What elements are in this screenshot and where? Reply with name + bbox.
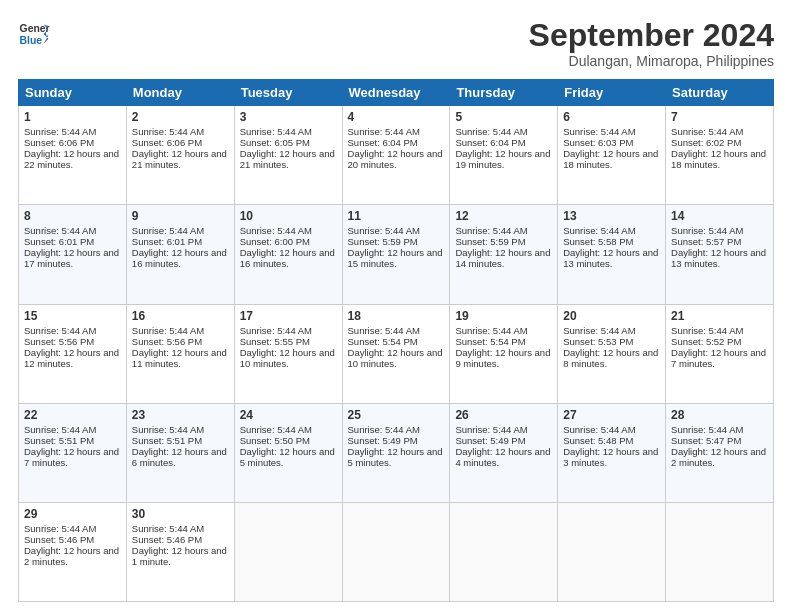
daylight-text: Daylight: 12 hours and 9 minutes. [455, 347, 550, 369]
month-title: September 2024 [529, 18, 774, 53]
col-thursday: Thursday [450, 80, 558, 106]
day-number: 24 [240, 408, 337, 422]
daylight-text: Daylight: 12 hours and 8 minutes. [563, 347, 658, 369]
day-number: 9 [132, 209, 229, 223]
sunrise-text: Sunrise: 5:44 AM [563, 126, 635, 137]
daylight-text: Daylight: 12 hours and 12 minutes. [24, 347, 119, 369]
sunset-text: Sunset: 5:52 PM [671, 336, 741, 347]
svg-text:Blue: Blue [20, 35, 43, 46]
sunrise-text: Sunrise: 5:44 AM [455, 225, 527, 236]
sunset-text: Sunset: 6:04 PM [348, 137, 418, 148]
sunset-text: Sunset: 5:56 PM [132, 336, 202, 347]
sunset-text: Sunset: 5:54 PM [348, 336, 418, 347]
table-row: 20Sunrise: 5:44 AMSunset: 5:53 PMDayligh… [558, 304, 666, 403]
daylight-text: Daylight: 12 hours and 2 minutes. [24, 545, 119, 567]
day-number: 26 [455, 408, 552, 422]
sunrise-text: Sunrise: 5:44 AM [240, 424, 312, 435]
sunrise-text: Sunrise: 5:44 AM [455, 325, 527, 336]
table-row: 27Sunrise: 5:44 AMSunset: 5:48 PMDayligh… [558, 403, 666, 502]
table-row: 7Sunrise: 5:44 AMSunset: 6:02 PMDaylight… [666, 106, 774, 205]
day-number: 4 [348, 110, 445, 124]
table-row: 17Sunrise: 5:44 AMSunset: 5:55 PMDayligh… [234, 304, 342, 403]
daylight-text: Daylight: 12 hours and 5 minutes. [348, 446, 443, 468]
daylight-text: Daylight: 12 hours and 14 minutes. [455, 247, 550, 269]
sunset-text: Sunset: 6:04 PM [455, 137, 525, 148]
sunrise-text: Sunrise: 5:44 AM [132, 126, 204, 137]
col-tuesday: Tuesday [234, 80, 342, 106]
sunrise-text: Sunrise: 5:44 AM [348, 424, 420, 435]
table-row: 21Sunrise: 5:44 AMSunset: 5:52 PMDayligh… [666, 304, 774, 403]
table-row: 8Sunrise: 5:44 AMSunset: 6:01 PMDaylight… [19, 205, 127, 304]
daylight-text: Daylight: 12 hours and 17 minutes. [24, 247, 119, 269]
logo-icon: General Blue [18, 18, 50, 50]
daylight-text: Daylight: 12 hours and 4 minutes. [455, 446, 550, 468]
table-row: 23Sunrise: 5:44 AMSunset: 5:51 PMDayligh… [126, 403, 234, 502]
table-row [666, 502, 774, 601]
calendar-week-row: 1Sunrise: 5:44 AMSunset: 6:06 PMDaylight… [19, 106, 774, 205]
day-number: 23 [132, 408, 229, 422]
sunrise-text: Sunrise: 5:44 AM [563, 424, 635, 435]
sunrise-text: Sunrise: 5:44 AM [132, 225, 204, 236]
daylight-text: Daylight: 12 hours and 19 minutes. [455, 148, 550, 170]
table-row: 13Sunrise: 5:44 AMSunset: 5:58 PMDayligh… [558, 205, 666, 304]
day-number: 7 [671, 110, 768, 124]
table-row: 15Sunrise: 5:44 AMSunset: 5:56 PMDayligh… [19, 304, 127, 403]
calendar-header-row: Sunday Monday Tuesday Wednesday Thursday… [19, 80, 774, 106]
col-wednesday: Wednesday [342, 80, 450, 106]
sunrise-text: Sunrise: 5:44 AM [132, 325, 204, 336]
daylight-text: Daylight: 12 hours and 18 minutes. [671, 148, 766, 170]
day-number: 19 [455, 309, 552, 323]
sunset-text: Sunset: 5:46 PM [132, 534, 202, 545]
day-number: 14 [671, 209, 768, 223]
sunrise-text: Sunrise: 5:44 AM [348, 325, 420, 336]
sunset-text: Sunset: 5:55 PM [240, 336, 310, 347]
daylight-text: Daylight: 12 hours and 20 minutes. [348, 148, 443, 170]
daylight-text: Daylight: 12 hours and 16 minutes. [132, 247, 227, 269]
sunrise-text: Sunrise: 5:44 AM [132, 523, 204, 534]
day-number: 8 [24, 209, 121, 223]
table-row: 18Sunrise: 5:44 AMSunset: 5:54 PMDayligh… [342, 304, 450, 403]
sunset-text: Sunset: 5:46 PM [24, 534, 94, 545]
sunrise-text: Sunrise: 5:44 AM [455, 126, 527, 137]
sunrise-text: Sunrise: 5:44 AM [240, 225, 312, 236]
daylight-text: Daylight: 12 hours and 2 minutes. [671, 446, 766, 468]
table-row: 11Sunrise: 5:44 AMSunset: 5:59 PMDayligh… [342, 205, 450, 304]
sunrise-text: Sunrise: 5:44 AM [240, 126, 312, 137]
sunset-text: Sunset: 5:53 PM [563, 336, 633, 347]
sunrise-text: Sunrise: 5:44 AM [24, 225, 96, 236]
day-number: 1 [24, 110, 121, 124]
sunset-text: Sunset: 5:51 PM [132, 435, 202, 446]
sunrise-text: Sunrise: 5:44 AM [24, 424, 96, 435]
day-number: 11 [348, 209, 445, 223]
sunrise-text: Sunrise: 5:44 AM [671, 225, 743, 236]
location-subtitle: Dulangan, Mimaropa, Philippines [529, 53, 774, 69]
sunset-text: Sunset: 5:57 PM [671, 236, 741, 247]
day-number: 2 [132, 110, 229, 124]
table-row: 12Sunrise: 5:44 AMSunset: 5:59 PMDayligh… [450, 205, 558, 304]
sunset-text: Sunset: 5:51 PM [24, 435, 94, 446]
sunset-text: Sunset: 5:59 PM [348, 236, 418, 247]
daylight-text: Daylight: 12 hours and 5 minutes. [240, 446, 335, 468]
table-row [450, 502, 558, 601]
day-number: 13 [563, 209, 660, 223]
day-number: 5 [455, 110, 552, 124]
sunrise-text: Sunrise: 5:44 AM [348, 225, 420, 236]
table-row: 19Sunrise: 5:44 AMSunset: 5:54 PMDayligh… [450, 304, 558, 403]
day-number: 21 [671, 309, 768, 323]
sunset-text: Sunset: 6:01 PM [132, 236, 202, 247]
table-row: 25Sunrise: 5:44 AMSunset: 5:49 PMDayligh… [342, 403, 450, 502]
day-number: 15 [24, 309, 121, 323]
sunrise-text: Sunrise: 5:44 AM [563, 325, 635, 336]
sunrise-text: Sunrise: 5:44 AM [348, 126, 420, 137]
col-friday: Friday [558, 80, 666, 106]
table-row [558, 502, 666, 601]
title-block: September 2024 Dulangan, Mimaropa, Phili… [529, 18, 774, 69]
sunset-text: Sunset: 6:01 PM [24, 236, 94, 247]
table-row: 6Sunrise: 5:44 AMSunset: 6:03 PMDaylight… [558, 106, 666, 205]
daylight-text: Daylight: 12 hours and 21 minutes. [132, 148, 227, 170]
sunrise-text: Sunrise: 5:44 AM [671, 126, 743, 137]
table-row: 4Sunrise: 5:44 AMSunset: 6:04 PMDaylight… [342, 106, 450, 205]
calendar-week-row: 22Sunrise: 5:44 AMSunset: 5:51 PMDayligh… [19, 403, 774, 502]
daylight-text: Daylight: 12 hours and 15 minutes. [348, 247, 443, 269]
daylight-text: Daylight: 12 hours and 18 minutes. [563, 148, 658, 170]
